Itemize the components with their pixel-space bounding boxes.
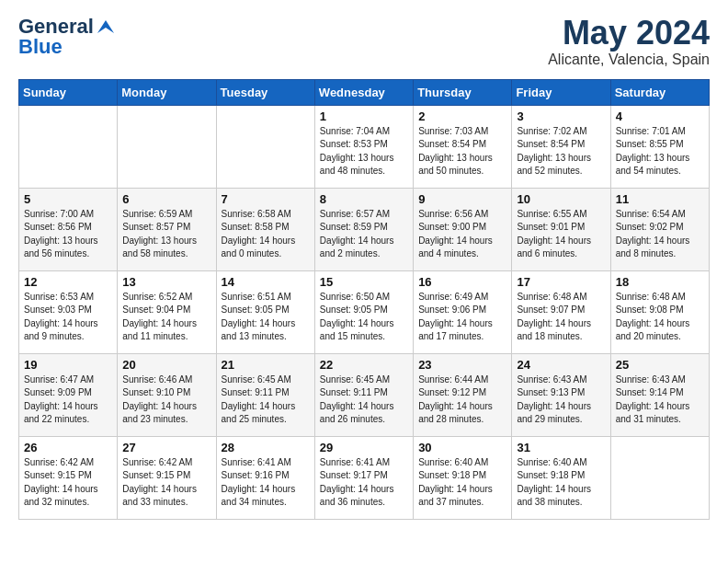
day-number: 17 [517, 275, 605, 289]
calendar-day-26: 26Sunrise: 6:42 AM Sunset: 9:15 PM Dayli… [19, 436, 118, 519]
day-info: Sunrise: 6:44 AM Sunset: 9:12 PM Dayligh… [418, 373, 506, 427]
day-info: Sunrise: 6:40 AM Sunset: 9:18 PM Dayligh… [418, 456, 506, 510]
calendar-week-row: 12Sunrise: 6:53 AM Sunset: 9:03 PM Dayli… [19, 270, 710, 353]
day-info: Sunrise: 6:54 AM Sunset: 9:02 PM Dayligh… [616, 208, 704, 261]
calendar-day-24: 24Sunrise: 6:43 AM Sunset: 9:13 PM Dayli… [512, 353, 610, 436]
day-info: Sunrise: 6:56 AM Sunset: 9:00 PM Dayligh… [418, 208, 506, 261]
weekday-header-wednesday: Wednesday [314, 79, 413, 105]
day-info: Sunrise: 6:45 AM Sunset: 9:11 PM Dayligh… [222, 373, 310, 427]
day-number: 19 [24, 358, 112, 372]
calendar-day-3: 3Sunrise: 7:02 AM Sunset: 8:54 PM Daylig… [512, 105, 610, 188]
calendar-day-25: 25Sunrise: 6:43 AM Sunset: 9:14 PM Dayli… [610, 353, 709, 436]
day-info: Sunrise: 6:57 AM Sunset: 8:59 PM Dayligh… [320, 208, 408, 261]
day-number: 20 [122, 358, 210, 372]
calendar-empty-cell [19, 105, 118, 188]
day-number: 13 [122, 275, 210, 289]
day-number: 15 [320, 275, 408, 289]
calendar-day-21: 21Sunrise: 6:45 AM Sunset: 9:11 PM Dayli… [216, 353, 314, 436]
day-info: Sunrise: 6:42 AM Sunset: 9:15 PM Dayligh… [122, 456, 210, 510]
day-info: Sunrise: 6:43 AM Sunset: 9:14 PM Dayligh… [616, 373, 704, 427]
day-number: 9 [418, 192, 506, 206]
calendar-day-9: 9Sunrise: 6:56 AM Sunset: 9:00 PM Daylig… [414, 188, 512, 270]
calendar-day-10: 10Sunrise: 6:55 AM Sunset: 9:01 PM Dayli… [512, 188, 610, 270]
day-number: 22 [320, 358, 408, 372]
day-info: Sunrise: 6:59 AM Sunset: 8:57 PM Dayligh… [122, 208, 210, 261]
day-number: 25 [616, 358, 704, 372]
day-number: 4 [616, 109, 704, 123]
page-container: General Blue May 2024 Alicante, Valencia… [0, 0, 728, 534]
day-number: 7 [222, 192, 310, 206]
day-info: Sunrise: 6:41 AM Sunset: 9:17 PM Dayligh… [320, 456, 408, 510]
day-info: Sunrise: 6:58 AM Sunset: 8:58 PM Dayligh… [222, 208, 310, 261]
calendar-day-17: 17Sunrise: 6:48 AM Sunset: 9:07 PM Dayli… [512, 270, 610, 353]
calendar-day-29: 29Sunrise: 6:41 AM Sunset: 9:17 PM Dayli… [314, 436, 413, 519]
day-number: 21 [222, 358, 310, 372]
calendar-day-28: 28Sunrise: 6:41 AM Sunset: 9:16 PM Dayli… [216, 436, 314, 519]
day-number: 31 [517, 441, 605, 454]
day-info: Sunrise: 6:41 AM Sunset: 9:16 PM Dayligh… [222, 456, 310, 510]
day-info: Sunrise: 6:50 AM Sunset: 9:05 PM Dayligh… [320, 291, 408, 344]
day-info: Sunrise: 7:00 AM Sunset: 8:56 PM Dayligh… [24, 208, 112, 261]
calendar-day-30: 30Sunrise: 6:40 AM Sunset: 9:18 PM Dayli… [414, 436, 512, 519]
calendar-week-row: 1Sunrise: 7:04 AM Sunset: 8:53 PM Daylig… [19, 105, 710, 188]
day-number: 1 [320, 109, 408, 123]
calendar-empty-cell [610, 436, 709, 519]
day-info: Sunrise: 6:46 AM Sunset: 9:10 PM Dayligh… [122, 373, 210, 427]
day-number: 24 [517, 358, 605, 372]
calendar-day-11: 11Sunrise: 6:54 AM Sunset: 9:02 PM Dayli… [610, 188, 709, 270]
day-info: Sunrise: 6:43 AM Sunset: 9:13 PM Dayligh… [517, 373, 605, 427]
day-info: Sunrise: 6:45 AM Sunset: 9:11 PM Dayligh… [320, 373, 408, 427]
title-block: May 2024 Alicante, Valencia, Spain [548, 15, 710, 68]
day-number: 2 [418, 109, 506, 123]
weekday-header-tuesday: Tuesday [216, 79, 314, 105]
day-info: Sunrise: 7:02 AM Sunset: 8:54 PM Dayligh… [517, 125, 605, 178]
day-info: Sunrise: 6:53 AM Sunset: 9:03 PM Dayligh… [24, 291, 112, 344]
calendar-day-31: 31Sunrise: 6:40 AM Sunset: 9:18 PM Dayli… [512, 436, 610, 519]
day-number: 23 [418, 358, 506, 372]
day-number: 8 [320, 192, 408, 206]
day-info: Sunrise: 7:04 AM Sunset: 8:53 PM Dayligh… [320, 125, 408, 178]
weekday-header-thursday: Thursday [414, 79, 512, 105]
day-number: 18 [616, 275, 704, 289]
calendar-day-4: 4Sunrise: 7:01 AM Sunset: 8:55 PM Daylig… [610, 105, 709, 188]
day-number: 3 [517, 109, 605, 123]
day-number: 6 [122, 192, 210, 206]
day-info: Sunrise: 7:01 AM Sunset: 8:55 PM Dayligh… [616, 125, 704, 178]
header: General Blue May 2024 Alicante, Valencia… [18, 15, 710, 68]
weekday-header-monday: Monday [118, 79, 216, 105]
day-number: 10 [517, 192, 605, 206]
weekday-header-saturday: Saturday [610, 79, 709, 105]
location: Alicante, Valencia, Spain [548, 52, 710, 68]
calendar-day-5: 5Sunrise: 7:00 AM Sunset: 8:56 PM Daylig… [19, 188, 118, 270]
day-info: Sunrise: 6:40 AM Sunset: 9:18 PM Dayligh… [517, 456, 605, 510]
day-number: 30 [418, 441, 506, 454]
day-number: 29 [320, 441, 408, 454]
calendar-day-19: 19Sunrise: 6:47 AM Sunset: 9:09 PM Dayli… [19, 353, 118, 436]
calendar-day-8: 8Sunrise: 6:57 AM Sunset: 8:59 PM Daylig… [314, 188, 413, 270]
day-number: 26 [24, 441, 112, 454]
weekday-header-sunday: Sunday [19, 79, 118, 105]
calendar-day-23: 23Sunrise: 6:44 AM Sunset: 9:12 PM Dayli… [414, 353, 512, 436]
calendar-empty-cell [118, 105, 216, 188]
calendar-day-12: 12Sunrise: 6:53 AM Sunset: 9:03 PM Dayli… [19, 270, 118, 353]
calendar-week-row: 5Sunrise: 7:00 AM Sunset: 8:56 PM Daylig… [19, 188, 710, 270]
day-number: 14 [222, 275, 310, 289]
day-number: 27 [122, 441, 210, 454]
month-title: May 2024 [548, 15, 710, 52]
day-info: Sunrise: 6:55 AM Sunset: 9:01 PM Dayligh… [517, 208, 605, 261]
day-info: Sunrise: 6:48 AM Sunset: 9:07 PM Dayligh… [517, 291, 605, 344]
calendar-day-1: 1Sunrise: 7:04 AM Sunset: 8:53 PM Daylig… [314, 105, 413, 188]
logo-blue: Blue [18, 35, 63, 59]
day-number: 28 [222, 441, 310, 454]
calendar-week-row: 26Sunrise: 6:42 AM Sunset: 9:15 PM Dayli… [19, 436, 710, 519]
day-number: 5 [24, 192, 112, 206]
day-info: Sunrise: 6:52 AM Sunset: 9:04 PM Dayligh… [122, 291, 210, 344]
svg-marker-0 [97, 20, 114, 33]
day-info: Sunrise: 7:03 AM Sunset: 8:54 PM Dayligh… [418, 125, 506, 178]
logo: General Blue [18, 15, 116, 59]
calendar-table: SundayMondayTuesdayWednesdayThursdayFrid… [18, 79, 710, 520]
day-number: 11 [616, 192, 704, 206]
day-info: Sunrise: 6:49 AM Sunset: 9:06 PM Dayligh… [418, 291, 506, 344]
calendar-day-14: 14Sunrise: 6:51 AM Sunset: 9:05 PM Dayli… [216, 270, 314, 353]
day-info: Sunrise: 6:48 AM Sunset: 9:08 PM Dayligh… [616, 291, 704, 344]
